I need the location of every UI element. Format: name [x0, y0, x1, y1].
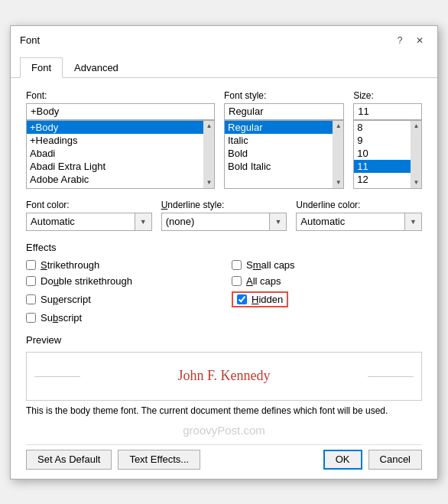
font-listbox[interactable]: +Body +Headings Abadi Abadi Extra Light …	[27, 121, 203, 188]
list-item[interactable]: Abadi	[27, 147, 203, 160]
list-item[interactable]: 9	[354, 134, 411, 147]
underline-color-arrow[interactable]: ▼	[404, 213, 421, 230]
all-caps-row: All caps	[232, 275, 422, 287]
subscript-row: Subscript	[26, 312, 216, 324]
ok-button[interactable]: OK	[323, 450, 362, 470]
underline-style-arrow[interactable]: ▼	[269, 213, 286, 230]
text-effects-button[interactable]: Text Effects...	[118, 450, 200, 470]
size-label: Size:	[353, 90, 422, 101]
list-item[interactable]: 12	[354, 173, 411, 186]
scroll-up-btn[interactable]: ▲	[204, 121, 215, 132]
strikethrough-label[interactable]: Strikethrough	[41, 259, 99, 271]
list-item[interactable]: Abadi Extra Light	[27, 160, 203, 173]
underline-style-label: Underline style:	[161, 200, 287, 210]
font-color-value: Automatic	[27, 216, 135, 227]
size-scrollbar: ▲ ▼	[411, 121, 421, 188]
scroll-up-btn[interactable]: ▲	[411, 121, 422, 132]
effects-section-label: Effects	[26, 242, 422, 253]
small-caps-label[interactable]: Small caps	[246, 259, 295, 271]
underline-style-value: (none)	[162, 216, 270, 227]
style-label: Font style:	[224, 90, 344, 101]
preview-section-label: Preview	[26, 334, 422, 346]
list-item[interactable]: Adobe Arabic	[27, 173, 203, 186]
small-caps-row: Small caps	[232, 259, 422, 271]
underline-style-dropdown[interactable]: (none) ▼	[161, 213, 287, 231]
style-listbox-wrapper: Regular Italic Bold Bold Italic ▲ ▼	[224, 120, 344, 189]
subscript-label[interactable]: Subscript	[41, 312, 82, 324]
preview-section: Preview John F. Kennedy This is the body…	[26, 334, 422, 416]
help-button[interactable]: ?	[391, 32, 408, 49]
size-listbox[interactable]: 8 9 10 11 12	[354, 121, 411, 188]
hidden-label[interactable]: Hidden	[252, 294, 283, 305]
all-caps-label[interactable]: All caps	[246, 275, 281, 287]
list-item[interactable]: 10	[354, 147, 411, 160]
superscript-checkbox[interactable]	[26, 294, 36, 304]
list-item[interactable]: +Body	[27, 121, 203, 134]
preview-box: John F. Kennedy	[26, 352, 422, 401]
underline-color-dropdown[interactable]: Automatic ▼	[296, 213, 422, 231]
scroll-up-btn[interactable]: ▲	[333, 121, 344, 132]
font-scrollbar: ▲ ▼	[203, 121, 214, 188]
watermark: groovyPost.com	[26, 424, 422, 437]
dialog-title: Font	[20, 34, 40, 46]
superscript-row: Superscript	[26, 291, 216, 307]
effects-grid: Strikethrough Small caps Double striketh…	[26, 259, 422, 324]
underline-color-value: Automatic	[297, 216, 404, 227]
strikethrough-row: Strikethrough	[26, 259, 216, 271]
underline-style-group: Underline style: (none) ▼	[161, 200, 287, 231]
font-input[interactable]	[26, 103, 215, 120]
dropdowns-row: Font color: Automatic ▼ Underline style:…	[26, 200, 422, 231]
scroll-down-btn[interactable]: ▼	[333, 177, 344, 188]
font-color-dropdown[interactable]: Automatic ▼	[26, 213, 152, 231]
style-scrollbar: ▲ ▼	[333, 121, 343, 188]
superscript-label[interactable]: Superscript	[41, 294, 91, 305]
list-item[interactable]: Regular	[225, 121, 333, 134]
cancel-button[interactable]: Cancel	[368, 450, 422, 470]
style-input[interactable]	[224, 103, 344, 120]
close-button[interactable]: ✕	[411, 32, 428, 49]
small-caps-checkbox[interactable]	[232, 260, 242, 270]
double-strikethrough-label[interactable]: Double strikethrough	[41, 275, 132, 287]
list-item[interactable]: +Headings	[27, 134, 203, 147]
button-row: Set As Default Text Effects... OK Cancel	[26, 444, 422, 470]
font-field-group: Font: +Body +Headings Abadi Abadi Extra …	[26, 90, 215, 189]
font-color-label: Font color:	[26, 200, 152, 210]
list-item[interactable]: Italic	[225, 134, 333, 147]
underline-color-label: Underline color:	[296, 200, 422, 210]
hidden-checkbox[interactable]	[237, 294, 247, 304]
size-listbox-wrapper: 8 9 10 11 12 ▲ ▼	[353, 120, 422, 189]
style-field-group: Font style: Regular Italic Bold Bold Ita…	[224, 90, 344, 189]
scroll-down-btn[interactable]: ▼	[204, 177, 215, 188]
font-label: Font:	[26, 90, 215, 101]
tab-advanced[interactable]: Advanced	[63, 57, 130, 78]
title-bar-controls: ? ✕	[391, 32, 428, 49]
double-strikethrough-checkbox[interactable]	[26, 276, 36, 286]
tab-bar: Font Advanced	[11, 50, 437, 78]
tab-font[interactable]: Font	[20, 57, 63, 78]
list-item[interactable]: Bold	[225, 147, 333, 160]
style-listbox[interactable]: Regular Italic Bold Bold Italic	[225, 121, 333, 188]
subscript-checkbox[interactable]	[26, 313, 36, 323]
size-field-group: Size: 8 9 10 11 12 ▲ ▼	[353, 90, 422, 189]
font-color-group: Font color: Automatic ▼	[26, 200, 152, 231]
dialog-body: Font: +Body +Headings Abadi Abadi Extra …	[11, 78, 437, 479]
font-dialog: Font ? ✕ Font Advanced Font: +Body +Head	[10, 25, 438, 480]
list-item[interactable]: Bold Italic	[225, 160, 333, 173]
size-input[interactable]	[353, 103, 422, 120]
hidden-row: Hidden	[232, 291, 288, 307]
title-bar: Font ? ✕	[11, 26, 437, 49]
double-strike-row: Double strikethrough	[26, 275, 216, 287]
underline-color-group: Underline color: Automatic ▼	[296, 200, 422, 231]
set-as-default-button[interactable]: Set As Default	[26, 450, 112, 470]
preview-caption: This is the body theme font. The current…	[26, 405, 422, 416]
list-item[interactable]: 11	[354, 160, 411, 173]
font-style-size-row: Font: +Body +Headings Abadi Abadi Extra …	[26, 90, 422, 189]
scroll-down-btn[interactable]: ▼	[411, 177, 422, 188]
preview-text: John F. Kennedy	[171, 368, 276, 384]
font-color-arrow[interactable]: ▼	[135, 213, 151, 230]
font-listbox-wrapper: +Body +Headings Abadi Abadi Extra Light …	[26, 120, 215, 189]
all-caps-checkbox[interactable]	[232, 276, 242, 286]
strikethrough-checkbox[interactable]	[26, 260, 36, 270]
list-item[interactable]: 8	[354, 121, 411, 134]
